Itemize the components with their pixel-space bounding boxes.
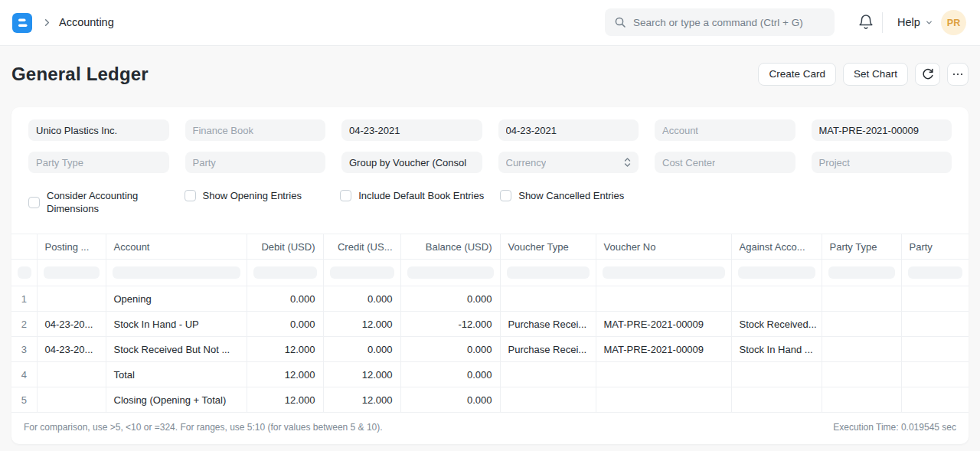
cell-account[interactable]: Total bbox=[106, 362, 247, 387]
col-header-debit[interactable]: Debit (USD) bbox=[247, 234, 323, 260]
column-filter-balance[interactable] bbox=[407, 266, 494, 279]
filter-to-date[interactable]: 04-23-2021 bbox=[498, 119, 639, 141]
cell-balance[interactable]: 0.000 bbox=[400, 286, 500, 312]
cell-party_type[interactable] bbox=[822, 387, 901, 413]
notifications-bell-icon[interactable] bbox=[858, 14, 874, 31]
cell-account[interactable]: Stock In Hand - UP bbox=[106, 312, 247, 337]
cell-party_type[interactable] bbox=[822, 337, 901, 362]
cell-voucher_no[interactable]: MAT-PRE-2021-00009 bbox=[596, 337, 731, 362]
cell-party[interactable] bbox=[901, 286, 969, 312]
menu-button[interactable] bbox=[947, 63, 969, 86]
cell-party_type[interactable] bbox=[822, 286, 901, 312]
column-filter-account[interactable] bbox=[113, 266, 240, 279]
col-header-voucher_no[interactable]: Voucher No bbox=[596, 234, 731, 260]
cell-voucher_type[interactable]: Purchase Recei... bbox=[500, 337, 596, 362]
cell-balance[interactable]: 0.000 bbox=[400, 337, 500, 362]
col-header-against_account[interactable]: Against Acco... bbox=[731, 234, 822, 260]
cell-against_account[interactable]: Stock Received... bbox=[731, 312, 822, 337]
filter-voucher-no[interactable]: MAT-PRE-2021-00009 bbox=[812, 119, 952, 141]
cell-debit[interactable]: 12.000 bbox=[247, 362, 323, 387]
checkbox-box[interactable] bbox=[185, 190, 196, 201]
cell-account[interactable]: Opening bbox=[106, 286, 247, 312]
cell-balance[interactable]: -12.000 bbox=[400, 312, 500, 337]
filter-group-by[interactable]: Group by Voucher (Consol bbox=[341, 152, 482, 173]
cell-party[interactable] bbox=[901, 387, 969, 413]
cell-voucher_type[interactable] bbox=[500, 362, 596, 387]
filter-currency[interactable]: Currency bbox=[498, 152, 639, 173]
refresh-button[interactable] bbox=[915, 63, 940, 86]
help-menu[interactable]: Help bbox=[897, 0, 933, 44]
cell-against_account[interactable] bbox=[731, 387, 822, 413]
cell-party_type[interactable] bbox=[822, 362, 901, 387]
col-header-posting_date[interactable]: Posting ... bbox=[37, 234, 106, 260]
cell-voucher_type[interactable]: Purchase Recei... bbox=[500, 312, 596, 337]
col-header-balance[interactable]: Balance (USD) bbox=[400, 234, 500, 260]
cell-debit[interactable]: 12.000 bbox=[247, 387, 323, 413]
col-header-party[interactable]: Party bbox=[901, 234, 969, 260]
create-card-button[interactable]: Create Card bbox=[758, 63, 836, 86]
filter-project[interactable]: Project bbox=[812, 152, 952, 173]
column-filter-credit[interactable] bbox=[330, 266, 394, 279]
col-header-account[interactable]: Account bbox=[106, 234, 247, 260]
filter-cost-center[interactable]: Cost Center bbox=[655, 152, 795, 173]
column-filter-against_account[interactable] bbox=[738, 266, 815, 279]
cell-credit[interactable]: 12.000 bbox=[323, 387, 400, 413]
col-header-credit[interactable]: Credit (US... bbox=[323, 234, 400, 260]
column-filter-debit[interactable] bbox=[253, 266, 317, 279]
set-chart-button[interactable]: Set Chart bbox=[843, 63, 908, 86]
cell-voucher_type[interactable] bbox=[500, 286, 596, 312]
column-filter-party[interactable] bbox=[908, 266, 963, 279]
checkbox-show-opening-entries[interactable]: Show Opening Entries bbox=[185, 189, 325, 202]
cell-voucher_type[interactable] bbox=[500, 387, 596, 413]
cell-debit[interactable]: 0.000 bbox=[247, 286, 323, 312]
cell-posting_date[interactable] bbox=[37, 387, 106, 413]
app-logo[interactable] bbox=[12, 13, 32, 33]
cell-voucher_no[interactable] bbox=[596, 286, 731, 312]
column-filter-party_type[interactable] bbox=[828, 266, 895, 279]
cell-party_type[interactable] bbox=[822, 312, 901, 337]
cell-voucher_no[interactable] bbox=[596, 387, 731, 413]
column-filter-index[interactable] bbox=[18, 266, 31, 279]
checkbox-show-cancelled-entries[interactable]: Show Cancelled Entries bbox=[500, 189, 640, 202]
cell-debit[interactable]: 12.000 bbox=[247, 337, 323, 362]
filter-finance-book[interactable]: Finance Book bbox=[185, 119, 326, 141]
cell-debit[interactable]: 0.000 bbox=[247, 312, 323, 337]
cell-party[interactable] bbox=[901, 337, 969, 362]
checkbox-box[interactable] bbox=[28, 197, 40, 208]
cell-posting_date[interactable]: 04-23-20... bbox=[37, 337, 106, 362]
column-filter-voucher_type[interactable] bbox=[507, 266, 590, 279]
cell-credit[interactable]: 12.000 bbox=[323, 362, 400, 387]
col-header-voucher_type[interactable]: Voucher Type bbox=[500, 234, 596, 260]
checkbox-include-default-book-entries[interactable]: Include Default Book Entries bbox=[340, 189, 484, 202]
cell-against_account[interactable] bbox=[731, 286, 822, 312]
checkbox-box[interactable] bbox=[500, 190, 511, 201]
filter-party[interactable]: Party bbox=[185, 152, 326, 173]
avatar[interactable]: PR bbox=[941, 10, 966, 35]
cell-posting_date[interactable]: 04-23-20... bbox=[37, 312, 106, 337]
cell-credit[interactable]: 0.000 bbox=[323, 337, 400, 362]
cell-posting_date[interactable] bbox=[37, 362, 106, 387]
cell-voucher_no[interactable] bbox=[596, 362, 731, 387]
cell-credit[interactable]: 0.000 bbox=[323, 286, 400, 312]
checkbox-consider-accounting-dimensions[interactable]: Consider Accounting Dimensions bbox=[28, 189, 168, 215]
cell-account[interactable]: Stock Received But Not ... bbox=[106, 337, 247, 362]
search-input[interactable]: Search or type a command (Ctrl + G) bbox=[605, 8, 835, 36]
filter-from-date[interactable]: 04-23-2021 bbox=[341, 119, 482, 141]
cell-party[interactable] bbox=[901, 312, 969, 337]
cell-account[interactable]: Closing (Opening + Total) bbox=[106, 387, 247, 413]
filter-company[interactable]: Unico Plastics Inc. bbox=[28, 119, 169, 141]
cell-voucher_no[interactable]: MAT-PRE-2021-00009 bbox=[596, 312, 731, 337]
cell-party[interactable] bbox=[901, 362, 969, 387]
cell-credit[interactable]: 12.000 bbox=[323, 312, 400, 337]
column-filter-posting_date[interactable] bbox=[44, 266, 100, 279]
breadcrumb[interactable]: Accounting bbox=[59, 0, 114, 44]
cell-balance[interactable]: 0.000 bbox=[400, 362, 500, 387]
cell-against_account[interactable] bbox=[731, 362, 822, 387]
checkbox-box[interactable] bbox=[340, 190, 351, 201]
col-header-party_type[interactable]: Party Type bbox=[822, 234, 901, 260]
cell-posting_date[interactable] bbox=[37, 286, 106, 312]
cell-balance[interactable]: 0.000 bbox=[400, 387, 500, 413]
cell-against_account[interactable]: Stock In Hand ... bbox=[731, 337, 822, 362]
filter-party-type[interactable]: Party Type bbox=[28, 152, 169, 173]
filter-account[interactable]: Account bbox=[655, 119, 795, 141]
